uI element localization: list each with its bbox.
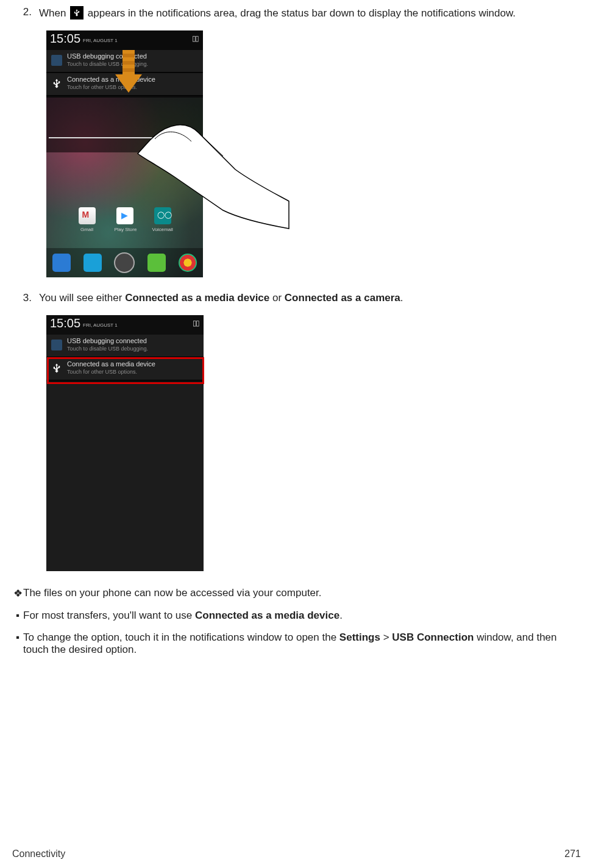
b2-bold: Connected as a media device xyxy=(195,610,339,621)
step-3: 3. You will see either Connected as a me… xyxy=(12,292,581,304)
clock-date: FRI, AUGUST 1 xyxy=(83,38,118,43)
app-gmail-label: Gmail xyxy=(77,227,98,232)
status-icons: ▯▯ xyxy=(193,319,199,327)
usb-icon xyxy=(51,78,62,89)
square-bullet-icon: ▪ xyxy=(12,631,23,656)
bullet-1-text: The files on your phone can now be acces… xyxy=(23,587,581,600)
step-2-text: When appears in the notifications area, … xyxy=(39,6,581,20)
step-2: 2. When appears in the notifications are… xyxy=(12,6,581,20)
usb-icon xyxy=(70,6,83,20)
bars-icon xyxy=(51,340,62,350)
drag-arrow-icon xyxy=(116,50,141,93)
step-3-text: You will see either Connected as a media… xyxy=(39,292,581,304)
dock-apps[interactable] xyxy=(114,252,135,273)
b3-bold2: USB Connection xyxy=(392,631,474,643)
notification-usb-debugging[interactable]: USB debugging connected Touch to disable… xyxy=(46,335,204,357)
bullet-square-1: ▪ For most transfers, you'll want to use… xyxy=(12,610,581,622)
b3-bold1: Settings xyxy=(339,631,380,643)
clock-date: FRI, AUGUST 1 xyxy=(83,322,118,328)
bullet-2-text: For most transfers, you'll want to use C… xyxy=(23,610,581,622)
step-2-post: appears in the notifications area, drag … xyxy=(85,7,516,19)
dock-phone[interactable] xyxy=(52,254,71,272)
footer-page-number: 271 xyxy=(564,848,581,859)
bullet-3-text: To change the option, touch it in the no… xyxy=(23,631,581,656)
notif2-title: Connected as a media device xyxy=(67,76,155,83)
hand-illustration xyxy=(132,104,290,238)
step-3-pre: You will see either xyxy=(39,292,125,304)
step-3-mid: or xyxy=(269,292,285,304)
bars-icon xyxy=(51,55,62,66)
footer-section: Connectivity xyxy=(12,848,65,859)
step-3-bold2: Connected as a camera xyxy=(285,292,400,304)
clock: 15:05 xyxy=(50,32,80,46)
clock: 15:05 xyxy=(50,316,80,330)
dock-messages[interactable] xyxy=(147,254,166,272)
notif1-sub: Touch to disable USB debugging. xyxy=(67,346,148,352)
notification-panel: 15:05 FRI, AUGUST 1 ▯▯ USB debugging con… xyxy=(46,315,204,571)
bullet-square-2: ▪ To change the option, touch it in the … xyxy=(12,631,581,656)
status-bar[interactable]: 15:05 FRI, AUGUST 1 ▯▯ xyxy=(46,30,203,49)
step-3-number: 3. xyxy=(12,292,39,304)
page-footer: Connectivity 271 xyxy=(12,848,581,859)
panel-empty-area xyxy=(46,382,204,571)
highlight-box xyxy=(47,357,204,384)
dock-chrome[interactable] xyxy=(179,254,197,272)
status-icons: ▯▯ xyxy=(192,34,198,43)
b2-pre: For most transfers, you'll want to use xyxy=(23,610,195,621)
screenshot-notification-highlight: 15:05 FRI, AUGUST 1 ▯▯ USB debugging con… xyxy=(46,315,204,571)
notif1-title: USB debugging connected xyxy=(67,337,147,344)
dock-contacts[interactable] xyxy=(83,254,102,272)
status-bar[interactable]: 15:05 FRI, AUGUST 1 ▯▯ xyxy=(46,315,204,333)
screenshot-drag-notifications: 15:05 FRI, AUGUST 1 ▯▯ USB debugging con… xyxy=(46,30,203,277)
b3-pre: To change the option, touch it in the no… xyxy=(23,631,339,643)
step-2-pre: When xyxy=(39,7,69,19)
step-2-number: 2. xyxy=(12,6,39,20)
step-3-post: . xyxy=(400,292,403,304)
b2-post: . xyxy=(339,610,343,621)
app-gmail[interactable]: M Gmail xyxy=(77,207,98,232)
b3-mid: > xyxy=(380,631,392,643)
square-bullet-icon: ▪ xyxy=(12,610,23,622)
step-3-bold1: Connected as a media device xyxy=(125,292,269,304)
bullet-diamond-1: ❖ The files on your phone can now be acc… xyxy=(12,587,581,600)
dock xyxy=(46,248,203,277)
diamond-bullet-icon: ❖ xyxy=(12,587,23,600)
